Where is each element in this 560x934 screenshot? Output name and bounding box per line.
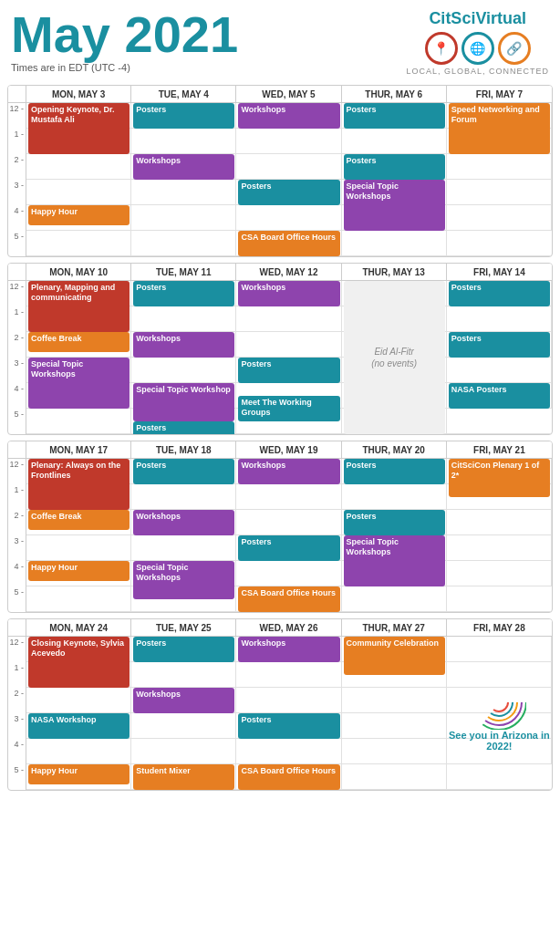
event-3-7[interactable]: Posters — [238, 713, 339, 739]
event-0-4[interactable]: Workshops — [238, 103, 339, 129]
timezone: Times are in EDT (UTC -4) — [11, 62, 238, 73]
event-1-5[interactable]: Special Topic Workshop — [133, 383, 234, 421]
time-label-4: 4 - — [8, 739, 26, 764]
event-1-11[interactable]: Posters — [449, 281, 550, 306]
time-label-3: 3 - — [8, 713, 26, 739]
day-header-3: THUR, MAY 20 — [342, 441, 447, 459]
event-1-2[interactable]: Special Topic Workshops — [28, 358, 130, 409]
time-label-0: 12 - — [8, 637, 26, 662]
event-3-6[interactable]: Workshops — [238, 637, 339, 662]
day-header-4: FRI, MAY 28 — [447, 619, 552, 637]
grid-cell-3-3 — [342, 358, 447, 383]
event-3-9[interactable]: Community Celebration — [344, 637, 445, 675]
event-1-9[interactable]: Meet The Working Groups — [238, 396, 339, 421]
event-2-9[interactable]: Posters — [344, 459, 445, 484]
day-header-1: TUE, MAY 11 — [131, 264, 236, 281]
grid-cell-2-2 — [236, 510, 341, 535]
event-0-5[interactable]: Posters — [238, 180, 339, 205]
day-header-4: FRI, MAY 21 — [447, 441, 552, 459]
grid-cell-1-2 — [236, 662, 341, 688]
grid-cell-3-4 — [447, 180, 552, 205]
event-0-10[interactable]: Speed Networking and Forum — [449, 103, 550, 154]
time-label-0: 12 - — [8, 103, 26, 129]
event-0-6[interactable]: CSA Board Office Hours — [238, 231, 339, 256]
time-label-5: 5 - — [8, 409, 26, 434]
day-header-3: THUR, MAY 13 — [342, 264, 447, 281]
event-0-3[interactable]: Workshops — [133, 154, 234, 180]
grid-cell-1-3 — [342, 306, 447, 332]
event-3-3[interactable]: Posters — [133, 637, 234, 662]
event-1-6[interactable]: Posters — [133, 421, 234, 435]
time-label-1: 1 - — [8, 662, 26, 688]
grid-cell-1-2 — [236, 306, 341, 332]
event-0-1[interactable]: Happy Hour — [28, 205, 130, 225]
day-col-2: WorkshopsPostersCSA Board Office Hours — [236, 637, 341, 790]
event-3-2[interactable]: Happy Hour — [28, 764, 130, 784]
event-1-12[interactable]: Posters — [449, 332, 550, 358]
event-3-0[interactable]: Closing Keynote, Sylvia Acevedo — [28, 637, 130, 688]
event-2-6[interactable]: Workshops — [238, 459, 339, 484]
event-0-0[interactable]: Opening Keynote, Dr. Mustafa Ali — [28, 103, 130, 154]
event-2-2[interactable]: Happy Hour — [28, 561, 130, 581]
event-2-11[interactable]: Special Topic Workshops — [344, 535, 445, 586]
grid-cell-1-1 — [131, 484, 236, 510]
event-3-1[interactable]: NASA Workshop — [28, 713, 130, 739]
event-2-5[interactable]: Special Topic Workshops — [133, 561, 234, 599]
event-1-7[interactable]: Workshops — [238, 281, 339, 306]
event-2-4[interactable]: Workshops — [133, 510, 234, 535]
event-1-3[interactable]: Posters — [133, 281, 234, 306]
event-2-10[interactable]: Posters — [344, 510, 445, 535]
location-icon: 📍 — [425, 32, 458, 65]
event-0-9[interactable]: Special Topic Workshops — [344, 180, 445, 231]
grid-cell-3-1 — [131, 713, 236, 739]
time-label-2: 2 - — [8, 332, 26, 358]
day-header-2: WED, MAY 5 — [236, 86, 341, 103]
grid-cell-2-2 — [236, 332, 341, 358]
time-corner — [8, 86, 26, 103]
event-1-4[interactable]: Workshops — [133, 332, 234, 358]
grid-cell-1-2 — [236, 484, 341, 510]
time-label-5: 5 - — [8, 231, 26, 256]
grid-cell-2-2 — [236, 688, 341, 713]
day-header-1: TUE, MAY 25 — [131, 619, 236, 637]
grid-cell-3-4 — [447, 358, 552, 383]
event-2-0[interactable]: Plenary: Always on the Frontlines — [28, 459, 130, 510]
event-2-1[interactable]: Coffee Break — [28, 510, 130, 530]
event-2-7[interactable]: Posters — [238, 535, 339, 561]
time-label-4: 4 - — [8, 383, 26, 409]
event-0-2[interactable]: Posters — [133, 103, 234, 129]
share-icon: 🔗 — [498, 32, 531, 65]
logo-tagline: LOCAL, GLOBAL, CONNECTED — [406, 67, 549, 76]
day-header-3: THUR, MAY 27 — [342, 619, 447, 637]
week-block-3: MON, MAY 17TUE, MAY 18WED, MAY 19THUR, M… — [7, 441, 553, 613]
event-1-1[interactable]: Coffee Break — [28, 332, 130, 352]
event-1-8[interactable]: Posters — [238, 358, 339, 383]
time-corner — [8, 619, 26, 637]
time-label-1: 1 - — [8, 484, 26, 510]
week-header-1: MON, MAY 3TUE, MAY 4WED, MAY 5THUR, MAY … — [8, 86, 552, 103]
event-1-13[interactable]: NASA Posters — [449, 383, 550, 409]
event-1-0[interactable]: Plenary, Mapping and communicating — [28, 281, 130, 332]
event-3-4[interactable]: Workshops — [133, 688, 234, 713]
grid-cell-5-3 — [342, 409, 447, 434]
day-header-0: MON, MAY 17 — [26, 441, 131, 459]
logo-area: CitSciVirtual 📍 🌐 🔗 LOCAL, GLOBAL, CONNE… — [406, 9, 549, 76]
grid-cell-1-3 — [342, 484, 447, 510]
weeks-container: MON, MAY 3TUE, MAY 4WED, MAY 5THUR, MAY … — [0, 85, 560, 791]
event-3-8[interactable]: CSA Board Office Hours — [238, 764, 339, 790]
event-2-3[interactable]: Posters — [133, 459, 234, 484]
event-2-12[interactable]: CitSciCon Plenary 1 of 2* — [449, 459, 550, 497]
time-label-0: 12 - — [8, 459, 26, 484]
grid-cell-4-0 — [26, 739, 131, 764]
grid-cell-4-3 — [342, 739, 447, 764]
day-col-0: Closing Keynote, Sylvia AcevedoNASA Work… — [26, 637, 131, 790]
event-0-7[interactable]: Posters — [344, 103, 445, 129]
event-2-8[interactable]: CSA Board Office Hours — [238, 586, 339, 612]
grid-cell-5-4 — [447, 409, 552, 434]
event-0-8[interactable]: Posters — [344, 154, 445, 180]
time-label-4: 4 - — [8, 205, 26, 231]
day-col-2: WorkshopsPostersMeet The Working Groups — [236, 281, 341, 434]
time-label-2: 2 - — [8, 154, 26, 180]
day-header-3: THUR, MAY 6 — [342, 86, 447, 103]
event-3-5[interactable]: Student Mixer — [133, 764, 234, 790]
